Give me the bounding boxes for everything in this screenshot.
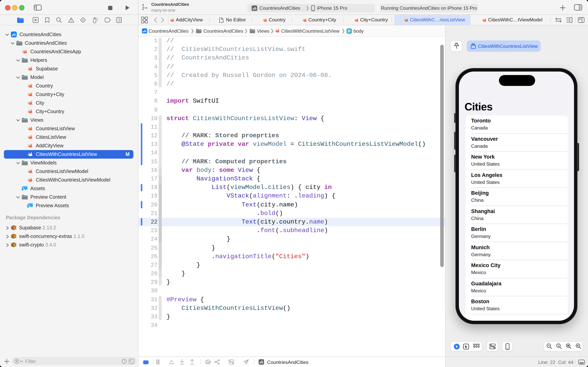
svg-text:1: 1: [558, 344, 559, 347]
